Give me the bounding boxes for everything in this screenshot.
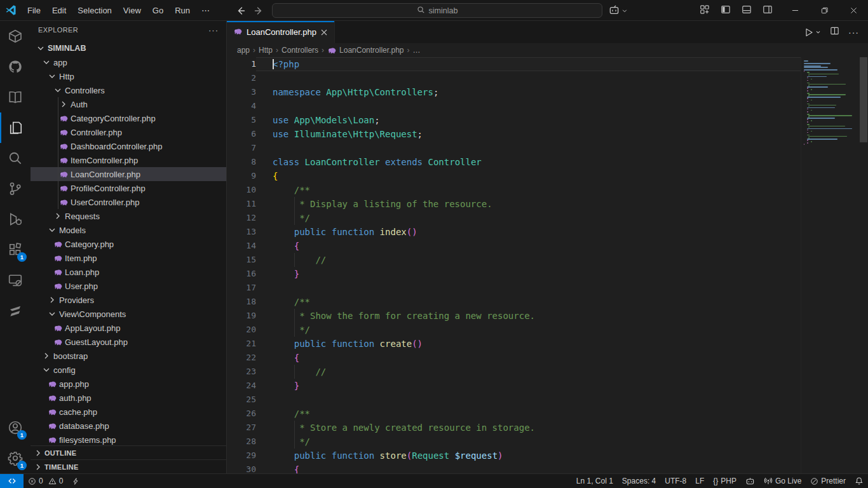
- toggle-primary-sidebar-icon[interactable]: [721, 4, 731, 17]
- breadcrumb-app[interactable]: app: [237, 46, 250, 55]
- problems-indicator[interactable]: 0 0: [24, 474, 67, 488]
- copilot-menu-button[interactable]: [609, 3, 628, 18]
- line-number[interactable]: 4: [227, 99, 256, 113]
- line-number[interactable]: 30: [227, 463, 256, 473]
- code-line-4[interactable]: 4: [227, 99, 801, 113]
- language-mode[interactable]: {}PHP: [709, 474, 741, 488]
- minimize-button[interactable]: [780, 0, 810, 21]
- indentation[interactable]: Spaces: 4: [618, 474, 660, 488]
- split-editor-button[interactable]: [830, 26, 839, 38]
- line-number[interactable]: 20: [227, 323, 256, 337]
- line-number[interactable]: 19: [227, 309, 256, 323]
- settings-gear-icon[interactable]: 1: [0, 443, 31, 473]
- code-line-12[interactable]: 12 */: [227, 211, 801, 225]
- line-number[interactable]: 29: [227, 449, 256, 463]
- folder-config[interactable]: config: [31, 363, 226, 377]
- code-line-27[interactable]: 27 * Store a newly created resource in s…: [227, 421, 801, 435]
- editor-more-actions-button[interactable]: ···: [848, 27, 859, 37]
- menu-more[interactable]: ⋯: [196, 0, 215, 21]
- search-icon[interactable]: [0, 143, 31, 173]
- line-number[interactable]: 2: [227, 71, 256, 85]
- file-database.php[interactable]: database.php: [31, 419, 226, 433]
- line-number[interactable]: 22: [227, 351, 256, 365]
- line-number[interactable]: 15: [227, 253, 256, 267]
- menu-edit[interactable]: Edit: [46, 0, 72, 21]
- line-number[interactable]: 3: [227, 85, 256, 99]
- file-item.php[interactable]: Item.php: [31, 251, 226, 265]
- file-usercontroller.php[interactable]: UserController.php: [31, 195, 226, 209]
- code-line-2[interactable]: 2: [227, 71, 801, 85]
- line-number[interactable]: 11: [227, 197, 256, 211]
- code-line-7[interactable]: 7: [227, 141, 801, 155]
- file-app.php[interactable]: app.php: [31, 377, 226, 391]
- remote-explorer-icon[interactable]: [0, 265, 31, 295]
- timeline-section-header[interactable]: TIMELINE: [31, 459, 226, 473]
- lightning-indicator[interactable]: [67, 474, 84, 488]
- notifications-bell[interactable]: [850, 474, 868, 488]
- line-number[interactable]: 12: [227, 211, 256, 225]
- breadcrumb--[interactable]: …: [413, 46, 421, 55]
- line-number[interactable]: 16: [227, 267, 256, 281]
- toggle-panel-icon[interactable]: [742, 4, 752, 17]
- line-number[interactable]: 7: [227, 141, 256, 155]
- code-line-22[interactable]: 22 {: [227, 351, 801, 365]
- code-line-17[interactable]: 17: [227, 281, 801, 295]
- explorer-icon[interactable]: [0, 112, 31, 143]
- line-number[interactable]: 14: [227, 239, 256, 253]
- file-applayout.php[interactable]: AppLayout.php: [31, 321, 226, 335]
- code-line-13[interactable]: 13 public function index(): [227, 225, 801, 239]
- source-control-icon[interactable]: [0, 173, 31, 204]
- breadcrumb-loancontroller.php[interactable]: LoanController.php: [327, 46, 403, 55]
- code-line-8[interactable]: 8class LoanController extends Controller: [227, 155, 801, 169]
- eol-sequence[interactable]: LF: [691, 474, 709, 488]
- line-number[interactable]: 26: [227, 407, 256, 421]
- code-line-10[interactable]: 10 /**: [227, 183, 801, 197]
- line-number[interactable]: 6: [227, 127, 256, 141]
- file-auth.php[interactable]: auth.php: [31, 391, 226, 405]
- code-line-19[interactable]: 19 * Show the form for creating a new re…: [227, 309, 801, 323]
- go-live-button[interactable]: Go Live: [759, 474, 806, 488]
- folder-http[interactable]: Http: [31, 69, 226, 83]
- line-number[interactable]: 5: [227, 113, 256, 127]
- command-center-search[interactable]: siminlab: [272, 3, 602, 18]
- line-number[interactable]: 23: [227, 365, 256, 379]
- extensions-icon[interactable]: 1: [0, 234, 31, 265]
- close-tab-icon[interactable]: [320, 29, 328, 36]
- code-line-11[interactable]: 11 * Display a listing of the resource.: [227, 197, 801, 211]
- folder-requests[interactable]: Requests: [31, 209, 226, 223]
- file-dashboardcontroller.php[interactable]: DashboardController.php: [31, 139, 226, 153]
- menu-selection[interactable]: Selection: [72, 0, 117, 21]
- line-number[interactable]: 28: [227, 435, 256, 449]
- cursor-position[interactable]: Ln 1, Col 1: [572, 474, 618, 488]
- explorer-more-actions-button[interactable]: ···: [208, 25, 219, 35]
- nav-back-button[interactable]: [235, 6, 245, 16]
- menu-view[interactable]: View: [118, 0, 147, 21]
- book-icon[interactable]: [0, 82, 31, 112]
- folder-app[interactable]: app: [31, 55, 226, 69]
- code-line-24[interactable]: 24 }: [227, 379, 801, 393]
- folder-view-components[interactable]: View\Components: [31, 307, 226, 321]
- scrollbar-slider[interactable]: [860, 57, 867, 142]
- folder-bootstrap[interactable]: bootstrap: [31, 349, 226, 363]
- breadcrumb-http[interactable]: Http: [259, 46, 273, 55]
- file-itemcontroller.php[interactable]: ItemController.php: [31, 153, 226, 167]
- minimap[interactable]: [801, 57, 859, 473]
- editor-scrollbar[interactable]: [859, 57, 868, 473]
- code-line-3[interactable]: 3namespace App\Http\Controllers;: [227, 85, 801, 99]
- folder-controllers[interactable]: Controllers: [31, 83, 226, 97]
- code-line-1[interactable]: 1<?php: [227, 57, 801, 71]
- file-loancontroller.php[interactable]: LoanController.php: [31, 167, 226, 181]
- folder-siminlab[interactable]: SIMINLAB: [31, 41, 226, 55]
- code-line-20[interactable]: 20 */: [227, 323, 801, 337]
- menu-run[interactable]: Run: [169, 0, 196, 21]
- run-php-button[interactable]: [804, 27, 821, 37]
- code-line-18[interactable]: 18 /**: [227, 295, 801, 309]
- file-category.php[interactable]: Category.php: [31, 237, 226, 251]
- restore-button[interactable]: [810, 0, 839, 21]
- nav-forward-button[interactable]: [254, 6, 264, 16]
- github-icon[interactable]: [0, 51, 31, 82]
- line-number[interactable]: 8: [227, 155, 256, 169]
- accounts-icon[interactable]: 1: [0, 412, 31, 443]
- file-cache.php[interactable]: cache.php: [31, 405, 226, 419]
- line-number[interactable]: 1: [227, 57, 256, 71]
